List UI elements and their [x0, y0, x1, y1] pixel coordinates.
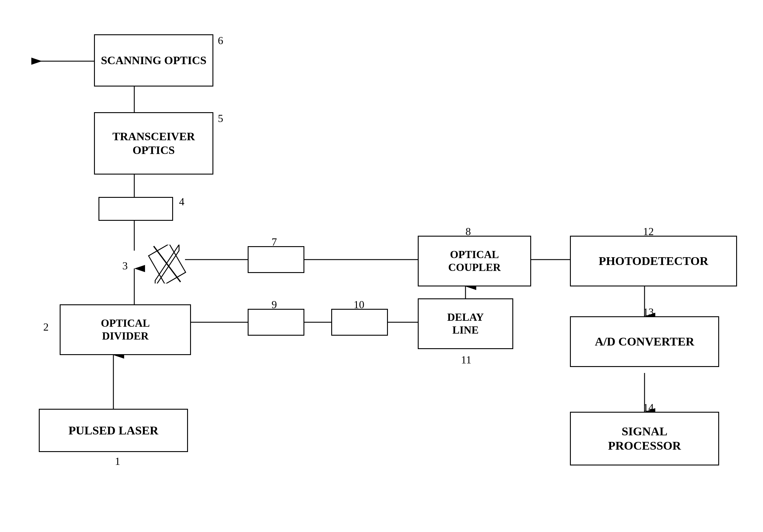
block9-number: 9: [272, 298, 277, 311]
optical-coupler-block: OPTICALCOUPLER: [418, 236, 531, 286]
diagram: SCANNING OPTICS 6 TRANSCEIVEROPTICS 5 4 …: [0, 0, 763, 532]
pulsed-laser-block: PULSED LASER: [39, 409, 188, 452]
block7: [248, 246, 304, 273]
signal-processor-block: SIGNALPROCESSOR: [570, 412, 719, 466]
ad-converter-number: 13: [643, 306, 654, 318]
photodetector-number: 12: [643, 225, 654, 238]
block4: [98, 197, 173, 221]
block10: [331, 309, 388, 336]
transceiver-optics-block: TRANSCEIVEROPTICS: [94, 112, 213, 174]
optical-coupler-number: 8: [466, 225, 471, 238]
ad-converter-block: A/D CONVERTER: [570, 316, 719, 367]
pulsed-laser-number: 1: [115, 455, 120, 468]
scanning-optics-number: 6: [218, 34, 223, 47]
mirror-block: [146, 245, 188, 283]
optical-divider-number: 2: [43, 321, 49, 333]
block7-number: 7: [272, 236, 277, 248]
block9: [248, 309, 304, 336]
transceiver-optics-number: 5: [218, 112, 223, 125]
signal-processor-number: 14: [643, 401, 654, 414]
mirror-number: 3: [122, 260, 128, 272]
optical-divider-block: OPTICALDIVIDER: [60, 304, 191, 355]
block10-number: 10: [354, 298, 364, 311]
delay-line-block: DELAYLINE: [418, 298, 513, 349]
block4-number: 4: [179, 195, 184, 208]
photodetector-block: PHOTODETECTOR: [570, 236, 737, 286]
scanning-optics-block: SCANNING OPTICS: [94, 34, 213, 86]
delay-line-number: 11: [461, 354, 472, 366]
